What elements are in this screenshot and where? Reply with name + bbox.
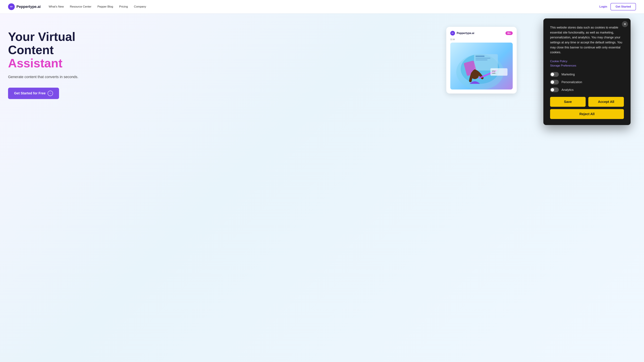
svg-rect-8 [490,68,508,76]
svg-text:Intelli...: Intelli... [492,72,496,74]
svg-rect-5 [476,59,488,60]
analytics-label: Analytics [562,88,574,92]
analytics-toggle-item: Analytics [550,87,624,92]
personalization-toggle-item: Personalization [550,80,624,84]
hero-title: Your Virtual Content Assistant [8,30,317,70]
login-button[interactable]: Login [600,5,607,8]
save-button[interactable]: Save [550,97,586,107]
nav-links: What's New Resource Center Pepper Blog P… [49,5,600,8]
logo-icon: ✏ [8,3,15,10]
hero-subtitle: Generate content that converts in second… [8,74,317,80]
svg-rect-4 [476,58,490,58]
marketing-label: Marketing [562,73,575,76]
reject-all-button[interactable]: Reject All [550,109,624,119]
toggle-list: Marketing Personalization Analytics [550,72,624,92]
svg-text:What: What [492,70,496,72]
illustration-image: What Intelli... [450,42,513,89]
main-nav: ✏ Peppertype.ai What's New Resource Cent… [0,0,644,13]
card-title: Peppertype.ai [457,32,474,35]
nav-pricing[interactable]: Pricing [119,5,128,8]
logo-text: Peppertype.ai [16,4,40,9]
marketing-toggle-item: Marketing [550,72,624,77]
personalization-toggle[interactable] [550,80,559,84]
svg-rect-3 [476,56,484,57]
nav-get-started-button[interactable]: Get Started [610,3,636,10]
cookie-primary-actions: Save Accept All [550,97,624,107]
marketing-toggle[interactable] [550,72,559,77]
cookie-modal: ✕ This website stores data such as cooki… [544,18,630,125]
accept-all-button[interactable]: Accept All [588,97,624,107]
nav-pepper-blog[interactable]: Pepper Blog [98,5,113,8]
analytics-toggle[interactable] [550,87,559,92]
storage-preferences-link[interactable]: Storage Preferences [550,64,624,67]
personalization-label: Personalization [562,80,582,84]
card-logo-icon: ✏ [450,31,455,35]
hero-title-accent: Assistant [8,57,317,70]
card-sub: 11 bl [450,38,513,40]
logo[interactable]: ✏ Peppertype.ai [8,3,40,10]
card-badge: Blo [506,31,513,35]
illustration-card: ✏ Peppertype.ai Blo 11 bl [446,27,517,93]
cookie-body-text: This website stores data such as cookies… [550,25,624,55]
nav-whats-new[interactable]: What's New [49,5,64,8]
hero-left: Your Virtual Content Assistant Generate … [8,23,317,362]
cookie-secondary-actions: Reject All [550,109,624,119]
cta-get-started-button[interactable]: Get Started for Free → [8,88,59,99]
cookie-policy-link[interactable]: Cookie Policy [550,60,624,63]
cta-arrow-icon: → [48,91,53,96]
card-header: ✏ Peppertype.ai Blo [450,31,513,35]
nav-actions: Login Get Started [600,3,636,10]
cookie-close-button[interactable]: ✕ [622,21,628,27]
nav-resource-center[interactable]: Resource Center [70,5,92,8]
nav-company[interactable]: Company [134,5,146,8]
cookie-links: Cookie Policy Storage Preferences [550,60,624,67]
